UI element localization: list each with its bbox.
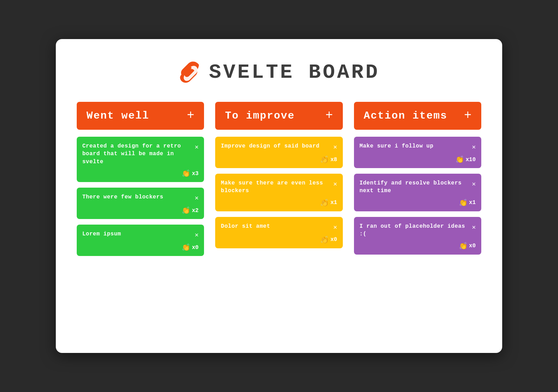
card: There were few blockers✕👏x2 (77, 188, 204, 219)
card: Created a design for a retro board that … (77, 137, 204, 182)
card: Make sure i follow up✕👏x10 (354, 137, 481, 168)
card-top: Dolor sit amet✕ (221, 223, 337, 231)
board-container: SVELTE BOARD Went well+Created a design … (56, 39, 502, 353)
card-close-button[interactable]: ✕ (195, 143, 198, 151)
card-bottom: 👏x10 (360, 155, 476, 164)
card-bottom: 👏x0 (82, 243, 198, 252)
card-top: Make sure there are even less blockers✕ (221, 179, 337, 195)
card-close-button[interactable]: ✕ (195, 231, 198, 239)
card: Lorem ipsum✕👏x0 (77, 225, 204, 256)
card-text: Make sure there are even less blockers (221, 179, 330, 195)
card-count: x0 (330, 236, 337, 243)
card-bottom: 👏x8 (221, 155, 337, 164)
card-bottom: 👏x1 (221, 198, 337, 207)
card-count: x10 (466, 157, 476, 163)
column-title-to-improve: To improve (225, 110, 295, 122)
card-top: Make sure i follow up✕ (360, 142, 476, 151)
card-bottom: 👏x2 (82, 206, 198, 215)
card-text: Improve design of said board (221, 142, 330, 150)
header: SVELTE BOARD (77, 60, 481, 84)
card-close-button[interactable]: ✕ (472, 223, 476, 231)
card: Identify and resolve blockers next time✕… (354, 174, 481, 211)
card-bottom: 👏x0 (221, 235, 337, 244)
card-top: Lorem ipsum✕ (82, 230, 198, 239)
add-card-button-went-well[interactable]: + (187, 110, 195, 122)
card-top: I ran out of placeholder ideas :(✕ (360, 223, 476, 238)
column-title-action-items: Action items (364, 110, 447, 122)
card-count: x0 (192, 244, 198, 251)
clap-emoji[interactable]: 👏 (320, 155, 329, 164)
add-card-button-to-improve[interactable]: + (325, 110, 333, 122)
card-close-button[interactable]: ✕ (472, 180, 476, 188)
card-top: Created a design for a retro board that … (82, 142, 198, 166)
card-text: Identify and resolve blockers next time (360, 179, 469, 195)
cards-to-improve: Improve design of said board✕👏x8Make sur… (215, 137, 342, 248)
card: Dolor sit amet✕👏x0 (215, 217, 342, 248)
card-count: x2 (192, 208, 198, 214)
clap-emoji[interactable]: 👏 (459, 198, 468, 207)
card-count: x8 (330, 157, 337, 163)
card-bottom: 👏x1 (360, 198, 476, 207)
card-text: Created a design for a retro board that … (82, 142, 191, 166)
column-title-went-well: Went well (86, 110, 149, 122)
card-top: Identify and resolve blockers next time✕ (360, 179, 476, 195)
card-count: x1 (469, 199, 476, 206)
card-top: Improve design of said board✕ (221, 142, 337, 151)
columns-container: Went well+Created a design for a retro b… (77, 102, 481, 256)
card-close-button[interactable]: ✕ (333, 143, 337, 151)
clap-emoji[interactable]: 👏 (182, 206, 190, 215)
app-title: SVELTE BOARD (209, 61, 380, 84)
card-text: Dolor sit amet (221, 223, 330, 230)
column-action-items: Action items+Make sure i follow up✕👏x10I… (354, 102, 481, 256)
column-to-improve: To improve+Improve design of said board✕… (215, 102, 342, 256)
card-text: Lorem ipsum (82, 230, 191, 238)
svelte-logo-icon (178, 60, 203, 84)
card-count: x0 (469, 243, 476, 249)
card-count: x3 (192, 171, 198, 177)
column-header-went-well: Went well+ (77, 102, 204, 130)
column-header-to-improve: To improve+ (215, 102, 342, 130)
card: Make sure there are even less blockers✕👏… (215, 174, 342, 211)
card-bottom: 👏x0 (360, 242, 476, 250)
card-close-button[interactable]: ✕ (333, 180, 337, 188)
card-close-button[interactable]: ✕ (472, 143, 476, 151)
cards-action-items: Make sure i follow up✕👏x10Identify and r… (354, 137, 481, 255)
card: I ran out of placeholder ideas :(✕👏x0 (354, 217, 481, 255)
clap-emoji[interactable]: 👏 (320, 198, 329, 207)
cards-went-well: Created a design for a retro board that … (77, 137, 204, 256)
card-bottom: 👏x3 (82, 169, 198, 178)
column-header-action-items: Action items+ (354, 102, 481, 130)
clap-emoji[interactable]: 👏 (459, 242, 468, 250)
card-text: There were few blockers (82, 193, 191, 201)
clap-emoji[interactable]: 👏 (182, 243, 190, 252)
card-count: x1 (330, 199, 337, 206)
card-close-button[interactable]: ✕ (195, 194, 198, 202)
clap-emoji[interactable]: 👏 (455, 155, 464, 164)
card-close-button[interactable]: ✕ (333, 223, 337, 231)
card-text: Make sure i follow up (360, 142, 469, 150)
card-text: I ran out of placeholder ideas :( (360, 223, 469, 238)
add-card-button-action-items[interactable]: + (464, 110, 472, 122)
column-went-well: Went well+Created a design for a retro b… (77, 102, 204, 256)
clap-emoji[interactable]: 👏 (182, 169, 190, 178)
clap-emoji[interactable]: 👏 (320, 235, 329, 244)
card: Improve design of said board✕👏x8 (215, 137, 342, 168)
card-top: There were few blockers✕ (82, 193, 198, 202)
